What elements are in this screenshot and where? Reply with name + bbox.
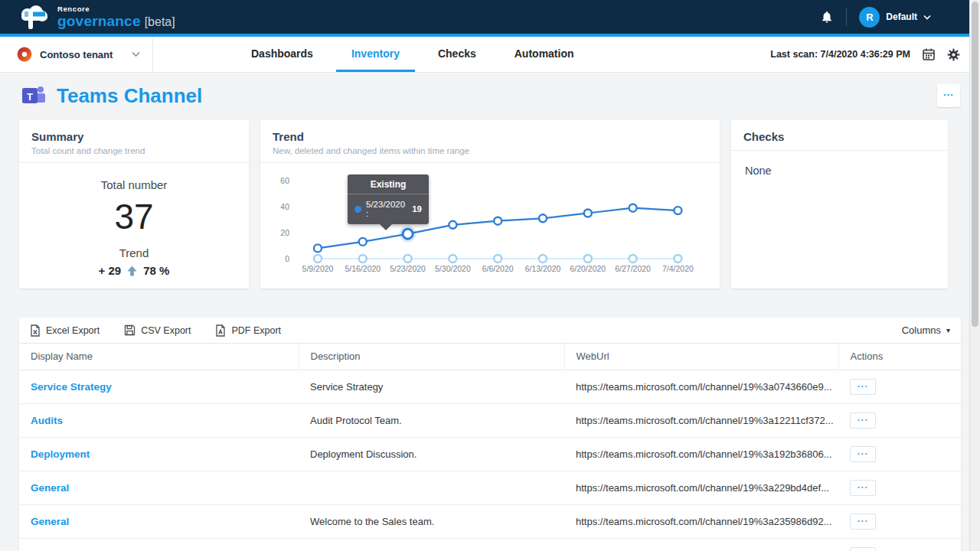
row-weburl: https://teams.microsoft.com/l/channel/19…: [564, 504, 838, 538]
row-actions-button[interactable]: ...: [850, 379, 876, 395]
tab-dashboards[interactable]: Dashboards: [236, 37, 328, 72]
trend-card: Trend New, deleted and changed items wit…: [260, 120, 720, 289]
row-display-name[interactable]: General: [19, 504, 299, 538]
header-weburl[interactable]: WebUrl: [564, 344, 838, 370]
inventory-table: Display Name Description WebUrl Actions …: [19, 344, 961, 551]
row-description: Deployment Discussion.: [299, 437, 564, 471]
app-window: Rencore governance[beta] R Default: [0, 0, 980, 551]
row-weburl: https://teams.microsoft.com/l/channel/19…: [564, 538, 838, 551]
row-description: Audit Protocol Team.: [299, 403, 564, 437]
chart-tooltip: Existing 5/23/2020 : 19: [348, 174, 429, 224]
svg-text:0: 0: [285, 254, 289, 263]
checks-card-title: Checks: [743, 130, 936, 143]
trend-chart[interactable]: 02040605/9/20205/16/20205/23/20205/30/20…: [266, 167, 714, 289]
table-row: General https://teams.microsoft.com/l/ch…: [19, 471, 961, 504]
trend-label: Trend: [19, 246, 249, 259]
scrollbar-thumb[interactable]: [972, 2, 978, 327]
brand-small: Rencore: [57, 5, 175, 13]
tooltip-value: 19: [412, 204, 422, 214]
row-weburl: https://teams.microsoft.com/l/channel/19…: [564, 437, 838, 471]
pdf-export-button[interactable]: PDF Export: [215, 324, 281, 337]
table-row: Deployment Deployment Discussion. https:…: [19, 437, 961, 471]
row-weburl: https://teams.microsoft.com/l/channel/19…: [564, 471, 838, 504]
page-header: T Teams Channel ...: [0, 73, 980, 119]
summary-card-subtitle: Total count and change trend: [31, 146, 237, 155]
checks-card: Checks None: [731, 120, 948, 289]
total-number-value: 37: [19, 196, 249, 237]
svg-text:6/13/2020: 6/13/2020: [525, 264, 561, 273]
row-actions-button[interactable]: ...: [850, 514, 876, 530]
csv-export-button[interactable]: CSV Export: [124, 324, 191, 336]
vertical-scrollbar[interactable]: [969, 0, 980, 551]
table-body: Service Strategy Service Strategy https:…: [19, 370, 961, 551]
nav-bar: Contoso tenant Dashboards Inventory Chec…: [0, 37, 980, 73]
page-title: Teams Channel: [57, 84, 202, 108]
table-row: Service Strategy Service Strategy https:…: [19, 370, 961, 403]
tab-checks[interactable]: Checks: [423, 37, 492, 72]
trend-chart-area: 02040605/9/20205/16/20205/23/20205/30/20…: [266, 167, 714, 289]
caret-down-icon: ▾: [946, 326, 950, 334]
total-number-label: Total number: [19, 178, 249, 191]
trend-percent: 78 %: [143, 264, 169, 277]
header-divider: [846, 8, 847, 26]
svg-text:6/27/2020: 6/27/2020: [615, 264, 651, 273]
tooltip-series-name: Existing: [348, 174, 429, 194]
top-bar: Rencore governance[beta] R Default: [0, 0, 980, 34]
tenant-selector[interactable]: Contoso tenant: [0, 37, 153, 72]
svg-text:5/16/2020: 5/16/2020: [345, 264, 381, 273]
chevron-down-icon: [923, 15, 931, 20]
table-row: General HR Onboarding Test Team. https:/…: [19, 538, 961, 551]
profile-menu[interactable]: R Default: [859, 7, 931, 28]
page-more-button[interactable]: ...: [937, 84, 960, 107]
row-display-name[interactable]: General: [19, 538, 299, 551]
rencore-logo[interactable]: Rencore governance[beta]: [17, 4, 175, 30]
row-display-name[interactable]: General: [19, 471, 299, 504]
table-header-row: Display Name Description WebUrl Actions: [19, 344, 961, 370]
tenant-name: Contoso tenant: [40, 49, 113, 60]
summary-card-title: Summary: [31, 130, 237, 143]
table-row: Audits Audit Protocol Team. https://team…: [19, 403, 961, 437]
table-row: General Welcome to the Sales team. https…: [19, 504, 961, 538]
row-description: Welcome to the Sales team.: [299, 504, 564, 538]
csv-save-icon: [124, 324, 136, 336]
row-display-name[interactable]: Service Strategy: [19, 370, 299, 403]
row-description: Service Strategy: [299, 370, 564, 403]
trend-card-title: Trend: [273, 130, 707, 143]
row-display-name[interactable]: Audits: [19, 403, 299, 437]
office-icon: [17, 47, 32, 62]
row-actions-button[interactable]: ...: [850, 547, 876, 551]
notifications-button[interactable]: [820, 10, 834, 24]
arrow-up-icon: [127, 266, 137, 276]
row-description: [299, 471, 564, 504]
svg-text:20: 20: [280, 228, 289, 237]
svg-text:T: T: [27, 91, 33, 103]
settings-button[interactable]: [947, 48, 960, 61]
calendar-icon: [922, 47, 936, 61]
row-actions-button[interactable]: ...: [850, 446, 876, 462]
header-actions: Actions: [838, 344, 961, 370]
tab-automation[interactable]: Automation: [499, 37, 590, 72]
header-display-name[interactable]: Display Name: [19, 344, 299, 370]
avatar: R: [859, 7, 880, 28]
row-display-name[interactable]: Deployment: [19, 437, 299, 471]
columns-dropdown[interactable]: Columns ▾: [902, 324, 950, 336]
main-tabs: Dashboards Inventory Checks Automation: [236, 37, 590, 72]
brand-main: governance: [57, 13, 141, 29]
header-description[interactable]: Description: [299, 344, 564, 370]
svg-text:5/23/2020: 5/23/2020: [390, 264, 426, 273]
row-actions-button[interactable]: ...: [850, 480, 876, 496]
tooltip-date: 5/23/2020 :: [366, 200, 407, 218]
row-description: HR Onboarding Test Team.: [299, 538, 564, 551]
scan-schedule-button[interactable]: [922, 47, 936, 61]
tab-inventory[interactable]: Inventory: [336, 37, 415, 72]
row-actions-button[interactable]: ...: [850, 412, 876, 429]
inventory-table-card: Excel Export CSV Export: [19, 318, 961, 551]
excel-export-button[interactable]: Excel Export: [30, 324, 100, 337]
tooltip-series-dot: [354, 206, 361, 213]
bell-icon: [820, 10, 834, 24]
trend-delta: + 29: [99, 264, 122, 277]
excel-file-icon: [30, 324, 41, 337]
svg-text:6/6/2020: 6/6/2020: [482, 264, 514, 273]
teams-icon: T: [20, 83, 46, 108]
svg-text:60: 60: [280, 176, 289, 185]
